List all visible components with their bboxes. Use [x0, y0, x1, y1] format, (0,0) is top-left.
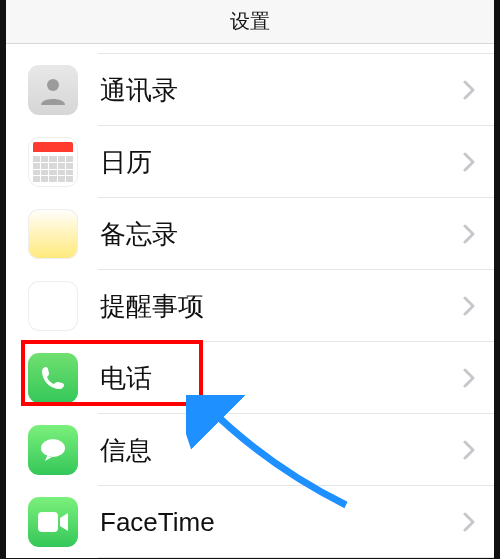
chevron-right-icon [462, 224, 476, 244]
phone-icon [28, 353, 78, 403]
row-calendar[interactable]: 日历 [6, 126, 494, 198]
row-label: 电话 [100, 361, 462, 396]
chevron-right-icon [462, 440, 476, 460]
row-label: FaceTime [100, 507, 462, 538]
row-label: 备忘录 [100, 217, 462, 252]
svg-point-1 [41, 439, 65, 457]
chevron-right-icon [462, 368, 476, 388]
chevron-right-icon [462, 512, 476, 532]
row-notes[interactable]: 备忘录 [6, 198, 494, 270]
row-phone[interactable]: 电话 [6, 342, 494, 414]
row-label: 信息 [100, 433, 462, 468]
notes-icon [28, 209, 78, 259]
page-title: 设置 [230, 8, 270, 35]
chevron-right-icon [462, 296, 476, 316]
contacts-icon [28, 65, 78, 115]
row-reminders[interactable]: 提醒事项 [6, 270, 494, 342]
chevron-right-icon [462, 80, 476, 100]
row-label: 日历 [100, 145, 462, 180]
row-messages[interactable]: 信息 [6, 414, 494, 486]
row-label: 提醒事项 [100, 289, 462, 324]
svg-rect-2 [38, 512, 58, 532]
calendar-icon [28, 137, 78, 187]
previous-row-remnant [98, 44, 494, 54]
facetime-icon [28, 497, 78, 547]
row-label: 通讯录 [100, 73, 462, 108]
reminders-icon [28, 281, 78, 331]
settings-list: 通讯录 日历 备忘录 [6, 54, 494, 558]
row-facetime[interactable]: FaceTime [6, 486, 494, 558]
messages-icon [28, 425, 78, 475]
chevron-right-icon [462, 152, 476, 172]
row-contacts[interactable]: 通讯录 [6, 54, 494, 126]
svg-point-0 [47, 79, 59, 91]
page-title-bar: 设置 [6, 0, 494, 44]
